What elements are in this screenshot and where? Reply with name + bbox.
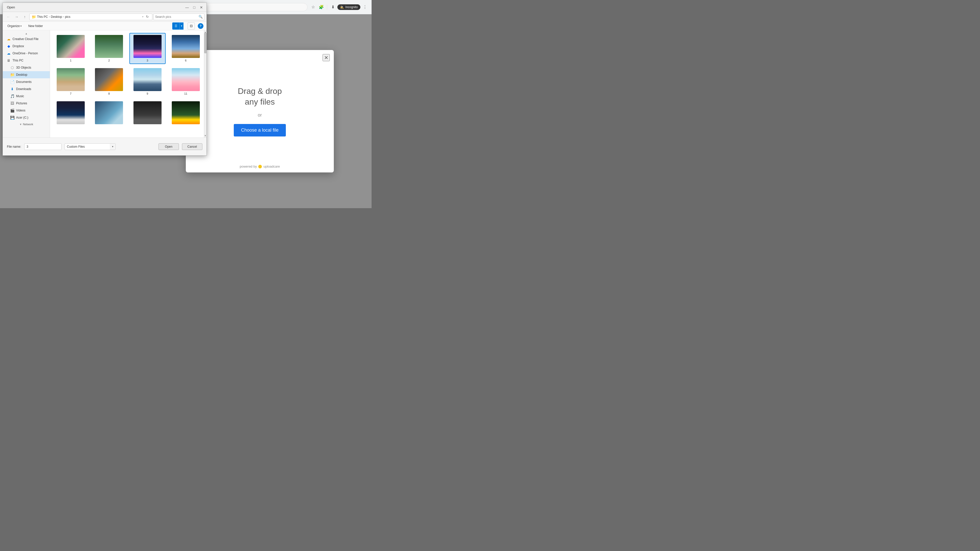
help-button[interactable]: ? [198,23,204,29]
sidebar-scroll-down[interactable]: ▼ Network [3,122,50,126]
sidebar-item-videos[interactable]: 🎬 Videos [3,107,50,114]
address-bar[interactable]: 📁 This PC › Desktop › pics ▾ ↻ [29,14,152,20]
creative-cloud-icon: ☁ [6,37,11,41]
file-item-15[interactable] [168,99,204,127]
sidebar-item-this-pc[interactable]: 🖥 This PC [3,57,50,64]
credit-powered-by: powered by [240,165,257,168]
sidebar-item-onedrive[interactable]: ☁ OneDrive - Person [3,50,50,57]
file-item-6[interactable]: 6 [168,33,204,64]
file-item-8[interactable]: 8 [91,66,127,97]
sidebar-item-3d-objects[interactable]: ⬡ 3D Objects [3,64,50,71]
file-thumbnail-1 [57,35,85,58]
dialog-close-button[interactable]: ✕ [198,4,204,11]
file-thumbnail-13 [95,101,123,124]
sidebar-network-label: Network [23,123,33,126]
file-name-8: 8 [108,92,110,95]
file-name-6: 6 [185,59,186,62]
scroll-down-arrow[interactable]: ▼ [204,135,207,137]
sidebar-label-dropbox: Dropbox [13,44,24,48]
dialog-minimize-button[interactable]: — [184,4,190,11]
filetype-input[interactable] [65,145,110,148]
pane-button[interactable]: ⊡ [188,22,195,30]
file-name-11: 11 [184,92,187,95]
file-thumbnail-9 [134,68,162,91]
file-open-dialog: Open — □ ✕ ← → ↑ 📁 This PC › Desktop › p… [3,3,207,156]
sidebar-item-creative-cloud[interactable]: ☁ Creative Cloud File [3,35,50,43]
new-folder-button[interactable]: New folder [26,23,45,29]
chrome-bookmark-button[interactable]: ☆ [310,3,317,11]
file-grid: 1 2 3 6 7 8 [50,30,207,138]
view-mode-button[interactable]: ☰ [172,22,180,30]
chrome-download-button[interactable]: ⬇ [329,3,336,11]
file-item-12[interactable] [52,99,89,127]
open-button-group: Open [159,143,179,150]
file-thumbnail-6 [172,35,200,58]
filename-input-wrapper: ▾ [24,143,62,150]
organize-label: Organize [7,24,20,28]
sidebar-item-dropbox[interactable]: ◆ Dropbox [3,43,50,50]
address-desktop: Desktop [51,15,62,19]
file-thumbnail-11 [172,68,200,91]
organize-chevron-icon: ▾ [21,25,22,27]
music-icon: 🎵 [10,94,14,98]
file-grid-scrollbar[interactable]: ▲ ▼ [204,30,207,138]
sidebar-label-creative-cloud: Creative Cloud File [13,37,38,41]
sidebar-item-acer-c[interactable]: 💾 Acer (C:) [3,114,50,121]
uploadcare-dot-icon [258,165,262,168]
open-button[interactable]: Open [159,143,179,150]
chrome-menu-button[interactable]: ⋮ [361,3,369,11]
file-name-2: 2 [108,59,110,62]
scroll-thumb[interactable] [204,33,207,53]
file-item-1[interactable]: 1 [52,33,89,64]
choose-local-file-button[interactable]: Choose a local file [234,124,286,137]
filename-label: File name: [7,145,21,148]
view-mode-dropdown[interactable]: ▾ [180,22,183,30]
sidebar-item-music[interactable]: 🎵 Music [3,93,50,100]
upload-modal: ✕ Drag & dropany files or Choose a local… [186,50,334,172]
organize-button[interactable]: Organize ▾ [6,23,23,29]
chrome-extension-button[interactable]: 🧩 [318,3,325,11]
filename-input[interactable] [24,145,62,148]
sidebar-item-documents[interactable]: 📄 Documents [3,78,50,86]
file-item-3[interactable]: 3 [129,33,165,64]
nav-up-button[interactable]: ↑ [21,13,28,21]
cancel-button[interactable]: Cancel [182,143,202,150]
file-item-11[interactable]: 11 [168,66,204,97]
sidebar-item-downloads[interactable]: ⬇ Downloads [3,86,50,93]
sidebar-label-desktop: Desktop [16,73,27,76]
file-item-13[interactable] [91,99,127,127]
file-item-9[interactable]: 9 [129,66,165,97]
file-item-2[interactable]: 2 [91,33,127,64]
file-item-14[interactable] [129,99,165,127]
dialog-maximize-button[interactable]: □ [191,4,197,11]
file-name-7: 7 [70,92,72,95]
file-thumbnail-7 [57,68,85,91]
pictures-icon: 🖼 [10,101,14,106]
nav-back-button[interactable]: ← [5,13,12,21]
scroll-down-icon: ▼ [19,123,22,126]
sidebar-label-music: Music [16,94,24,98]
file-thumbnail-2 [95,35,123,58]
nav-forward-button[interactable]: → [13,13,20,21]
documents-icon: 📄 [10,79,14,84]
address-pics: pics [65,15,70,19]
search-box: 🔍 [153,14,204,20]
sidebar-item-pictures[interactable]: 🖼 Pictures [3,100,50,107]
filetype-dropdown-button[interactable]: ▾ [110,144,115,150]
incognito-icon: 🕵 [340,5,344,9]
search-input[interactable] [155,15,197,19]
dialog-sidebar: ▲ ☁ Creative Cloud File ◆ Dropbox ☁ OneD… [3,30,50,138]
incognito-label: Incognito [345,5,358,9]
sidebar-label-documents: Documents [16,80,32,84]
dialog-toolbar2: Organize ▾ New folder ☰ ▾ ⊡ ? [3,22,207,30]
file-name-9: 9 [147,92,148,95]
address-refresh-button[interactable]: ↻ [145,14,150,20]
upload-modal-close-button[interactable]: ✕ [323,54,330,61]
file-item-7[interactable]: 7 [52,66,89,97]
file-thumbnail-3 [134,35,162,58]
sidebar-item-desktop[interactable]: 📁 Desktop [3,71,50,78]
view-controls: ☰ ▾ [172,22,183,30]
sidebar-label-acer-c: Acer (C:) [16,116,28,119]
desktop-icon: 📁 [10,73,14,77]
sidebar-scroll-up[interactable]: ▲ [3,32,50,35]
